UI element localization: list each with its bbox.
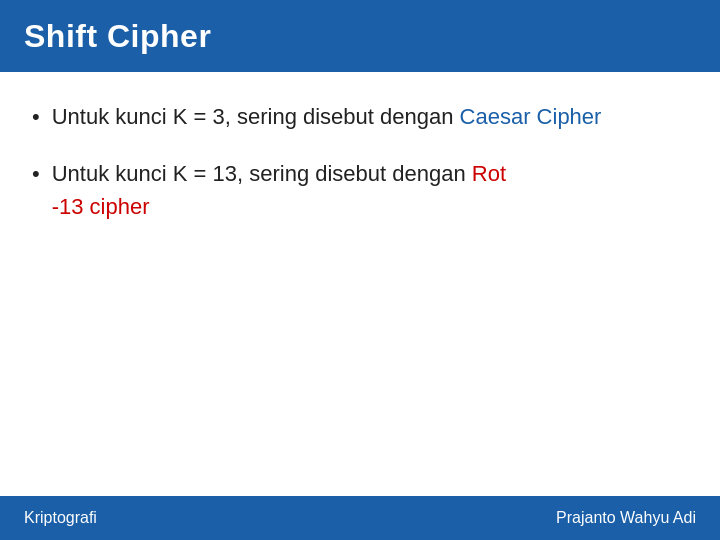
bullet-item-2: • Untuk kunci K = 13, sering disebut den…: [32, 157, 688, 223]
bullet1-prefix: Untuk kunci K = 3, sering disebut dengan: [52, 104, 460, 129]
caesar-cipher-highlight: Caesar Cipher: [460, 104, 602, 129]
rot13-highlight: -13 cipher: [52, 194, 150, 219]
main-content: • Untuk kunci K = 3, sering disebut deng…: [0, 72, 720, 275]
page-title: Shift Cipher: [24, 18, 211, 55]
page-header: Shift Cipher: [0, 0, 720, 72]
bullet-list: • Untuk kunci K = 3, sering disebut deng…: [32, 100, 688, 223]
bullet-dot-1: •: [32, 100, 40, 133]
bullet-text-2: Untuk kunci K = 13, sering disebut denga…: [52, 157, 688, 223]
footer-right-text: Prajanto Wahyu Adi: [556, 509, 696, 527]
bullet-text-1: Untuk kunci K = 3, sering disebut dengan…: [52, 100, 688, 133]
footer-left-text: Kriptografi: [24, 509, 97, 527]
bullet2-prefix: Untuk kunci K = 13, sering disebut denga…: [52, 161, 472, 186]
bullet-item-1: • Untuk kunci K = 3, sering disebut deng…: [32, 100, 688, 133]
rot-highlight: Rot: [472, 161, 506, 186]
page-footer: Kriptografi Prajanto Wahyu Adi: [0, 496, 720, 540]
bullet-dot-2: •: [32, 157, 40, 190]
